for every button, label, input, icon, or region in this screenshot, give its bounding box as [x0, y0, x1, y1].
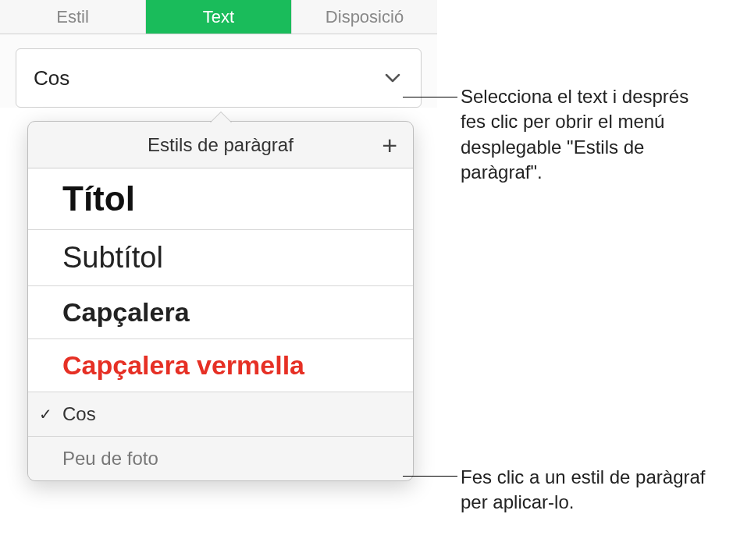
paragraph-styles-popover: Estils de paràgraf + TítolSubtítolCapçal… [27, 121, 414, 481]
popover-header: Estils de paràgraf + [28, 122, 413, 168]
style-item-3[interactable]: Capçalera vermella [28, 339, 413, 392]
callout-text-1: Selecciona el text i després fes clic pe… [461, 84, 718, 186]
style-item-1[interactable]: Subtítol [28, 230, 413, 286]
popover-title: Estils de paràgraf [148, 134, 294, 156]
style-item-0[interactable]: Títol [28, 168, 413, 230]
tab-bar: Estil Text Disposició [0, 0, 437, 34]
style-item-5[interactable]: Peu de foto [28, 437, 413, 480]
style-item-4[interactable]: Cos [28, 392, 413, 437]
tab-disposicio[interactable]: Disposició [292, 0, 437, 34]
callout-text-2: Fes clic a un estil de paràgraf per apli… [461, 465, 718, 516]
style-item-2[interactable]: Capçalera [28, 286, 413, 339]
paragraph-style-dropdown[interactable]: Cos [16, 48, 422, 108]
format-panel: Estil Text Disposició Cos Estils de parà… [0, 0, 437, 108]
callout-leader-1 [403, 97, 457, 97]
style-list: TítolSubtítolCapçaleraCapçalera vermella… [28, 168, 413, 480]
tab-estil[interactable]: Estil [0, 0, 146, 34]
paragraph-style-current: Cos [34, 66, 69, 90]
callout-leader-2 [403, 476, 457, 477]
add-style-button[interactable]: + [382, 132, 397, 158]
style-selector-container: Cos [0, 34, 437, 108]
chevron-down-icon [382, 67, 404, 89]
tab-text[interactable]: Text [146, 0, 292, 34]
